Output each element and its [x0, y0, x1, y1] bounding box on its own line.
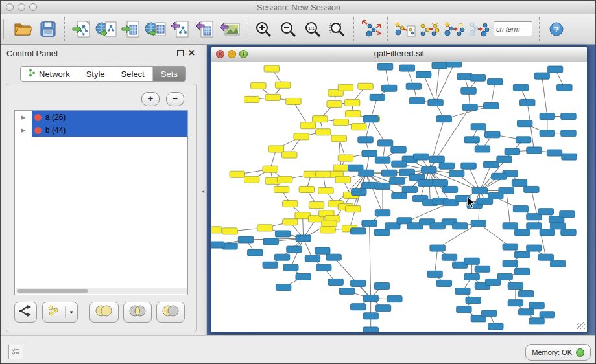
graph-node[interactable]: [392, 192, 407, 199]
graph-node[interactable]: [377, 140, 392, 146]
graph-node[interactable]: [457, 73, 472, 80]
graph-node[interactable]: [503, 223, 518, 229]
graph-node[interactable]: [309, 202, 324, 209]
graph-node[interactable]: [351, 304, 366, 310]
graph-node[interactable]: [345, 111, 360, 117]
graph-node[interactable]: [547, 66, 562, 73]
zoom-fit-button[interactable]: [325, 17, 350, 41]
graph-node[interactable]: [331, 135, 346, 142]
graph-node[interactable]: [561, 113, 576, 120]
graph-node[interactable]: [274, 186, 289, 192]
graph-node[interactable]: [470, 74, 485, 81]
graph-node[interactable]: [274, 254, 289, 260]
graph-node[interactable]: [514, 251, 529, 258]
task-history-button[interactable]: [8, 345, 23, 359]
graph-node[interactable]: [547, 150, 562, 156]
graph-node[interactable]: [283, 219, 298, 225]
graph-node[interactable]: [363, 116, 378, 122]
graph-node[interactable]: [322, 220, 337, 227]
graph-edge[interactable]: [423, 74, 435, 102]
graph-node[interactable]: [390, 177, 405, 184]
graph-node[interactable]: [275, 231, 290, 237]
zoom-out-button[interactable]: [276, 17, 300, 41]
graph-node[interactable]: [492, 173, 507, 179]
graph-node[interactable]: [514, 268, 529, 275]
sets-list[interactable]: ▶a (26)▶b (44): [14, 110, 188, 295]
graph-node[interactable]: [377, 63, 392, 70]
graph-node[interactable]: [529, 302, 544, 309]
graph-node[interactable]: [327, 100, 342, 107]
graph-node[interactable]: [488, 78, 503, 85]
graph-node[interactable]: [432, 62, 447, 69]
graph-node[interactable]: [518, 309, 533, 315]
graph-node[interactable]: [374, 229, 389, 236]
graph-node[interactable]: [268, 146, 283, 152]
graph-node[interactable]: [381, 85, 396, 91]
network-window-title-bar[interactable]: × − + galFiltered.sif: [211, 47, 587, 62]
graph-node[interactable]: [560, 211, 575, 218]
graph-node[interactable]: [362, 220, 377, 227]
save-session-button[interactable]: [36, 17, 60, 41]
graph-node[interactable]: [503, 244, 518, 250]
graph-node[interactable]: [381, 170, 396, 176]
graph-edge[interactable]: [507, 190, 510, 225]
graph-node[interactable]: [442, 254, 457, 260]
graph-node[interactable]: [488, 323, 503, 330]
graph-node[interactable]: [345, 206, 360, 212]
graph-node[interactable]: [540, 130, 554, 137]
graph-node[interactable]: [524, 186, 539, 192]
graph-edge[interactable]: [436, 64, 455, 102]
graph-node[interactable]: [296, 235, 311, 242]
chevron-down-icon[interactable]: ▼: [69, 310, 74, 315]
graph-node[interactable]: [561, 229, 576, 236]
expand-arrow-icon[interactable]: ▶: [15, 127, 32, 133]
import-table-web-button[interactable]: [143, 17, 168, 41]
graph-node[interactable]: [244, 176, 259, 183]
show-all-button[interactable]: [466, 17, 491, 41]
graph-node[interactable]: [538, 209, 553, 215]
graph-node[interactable]: [475, 266, 490, 272]
graph-node[interactable]: [520, 99, 535, 106]
graph-node[interactable]: [455, 288, 470, 295]
graph-node[interactable]: [230, 171, 244, 177]
graph-node[interactable]: [472, 187, 487, 194]
graph-node[interactable]: [497, 156, 512, 163]
open-session-button[interactable]: [11, 17, 36, 41]
import-network-file-button[interactable]: [69, 17, 94, 41]
graph-node[interactable]: [464, 137, 479, 143]
graph-node[interactable]: [333, 165, 348, 171]
graph-node[interactable]: [315, 247, 330, 254]
graph-node[interactable]: [305, 255, 320, 262]
graph-node[interactable]: [446, 62, 461, 67]
toolbar-drag-handle[interactable]: [3, 19, 8, 39]
close-panel-icon[interactable]: ✕: [188, 49, 195, 58]
graph-node[interactable]: [211, 242, 224, 248]
graph-node[interactable]: [540, 312, 554, 318]
graph-node[interactable]: [429, 156, 444, 163]
graph-node[interactable]: [276, 284, 291, 290]
graph-node[interactable]: [358, 83, 373, 89]
graph-node[interactable]: [328, 279, 343, 285]
graph-node[interactable]: [508, 282, 523, 289]
graph-node[interactable]: [534, 73, 549, 79]
create-set-from-network-button[interactable]: ▼: [42, 302, 78, 323]
graph-node[interactable]: [503, 260, 518, 267]
graph-node[interactable]: [263, 262, 278, 268]
graph-node[interactable]: [244, 96, 259, 102]
graph-node[interactable]: [263, 238, 278, 245]
scrollbar-thumb[interactable]: [17, 289, 88, 293]
graph-node[interactable]: [416, 71, 431, 78]
window-resize-grip[interactable]: [577, 322, 586, 330]
hide-selected-button[interactable]: [442, 17, 466, 41]
graph-node[interactable]: [561, 130, 576, 137]
graph-node[interactable]: [550, 260, 565, 267]
graph-node[interactable]: [508, 300, 523, 306]
graph-node[interactable]: [299, 186, 314, 192]
graph-node[interactable]: [499, 187, 514, 194]
graph-edge[interactable]: [542, 76, 547, 116]
graph-node[interactable]: [428, 99, 443, 106]
graph-node[interactable]: [406, 83, 421, 89]
graph-node[interactable]: [409, 97, 424, 104]
graph-node[interactable]: [286, 98, 301, 104]
graph-node[interactable]: [540, 113, 554, 120]
